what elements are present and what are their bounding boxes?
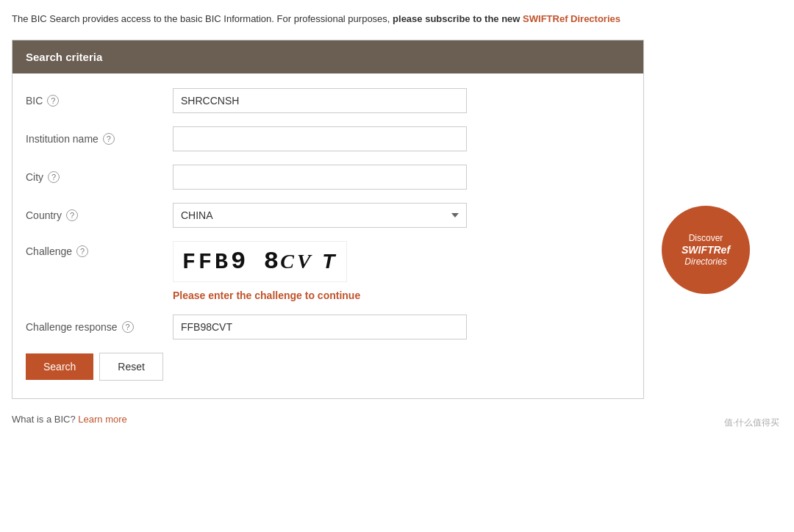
challenge-response-help-icon[interactable]: ? [122, 321, 134, 333]
badge-subtitle-text: Directories [684, 256, 726, 267]
city-input[interactable] [173, 165, 467, 190]
challenge-help-icon[interactable]: ? [76, 245, 88, 257]
badge-title-text: SWIFTRef [682, 243, 730, 256]
city-row: City ? [26, 165, 630, 190]
swiftref-badge[interactable]: Discover SWIFTRef Directories [662, 206, 750, 294]
search-form: Search criteria BIC ? Institution name ?… [12, 40, 644, 399]
button-row: Search Reset [26, 353, 630, 381]
watermark: 值·什么值得买 [724, 417, 779, 429]
country-help-icon[interactable]: ? [66, 209, 78, 221]
challenge-response-input[interactable] [173, 314, 467, 339]
bic-row: BIC ? [26, 88, 630, 113]
bic-input[interactable] [173, 88, 467, 113]
country-row: Country ? CHINA UNITED STATES GERMANY FR… [26, 203, 630, 228]
reset-button[interactable]: Reset [99, 353, 163, 381]
challenge-row: Challenge ? FFB9 8CV T [26, 241, 630, 282]
swiftref-link[interactable]: SWIFTRef Directories [523, 13, 620, 24]
city-label: City ? [26, 171, 173, 183]
country-select[interactable]: CHINA UNITED STATES GERMANY FRANCE UNITE… [173, 203, 467, 228]
institution-help-icon[interactable]: ? [103, 133, 115, 145]
badge-discover-text: Discover [689, 233, 723, 243]
challenge-message: Please enter the challenge to continue [173, 290, 630, 301]
challenge-response-row: Challenge response ? [26, 314, 630, 339]
learn-more-link[interactable]: Learn more [78, 414, 126, 425]
search-criteria-header: Search criteria [12, 40, 643, 73]
search-button[interactable]: Search [26, 353, 93, 380]
bic-help-icon[interactable]: ? [47, 95, 59, 107]
country-label: Country ? [26, 209, 173, 221]
search-body: BIC ? Institution name ? City ? Country [12, 73, 643, 398]
footer: What is a BIC? Learn more [12, 414, 782, 425]
challenge-label: Challenge ? [26, 241, 173, 257]
city-help-icon[interactable]: ? [48, 171, 60, 183]
captcha-image: FFB9 8CV T [173, 241, 347, 282]
challenge-response-label: Challenge response ? [26, 321, 173, 333]
institution-name-label: Institution name ? [26, 133, 173, 145]
bic-label: BIC ? [26, 95, 173, 107]
institution-name-input[interactable] [173, 126, 467, 151]
institution-name-row: Institution name ? [26, 126, 630, 151]
intro-text: The BIC Search provides access to the ba… [12, 12, 782, 26]
